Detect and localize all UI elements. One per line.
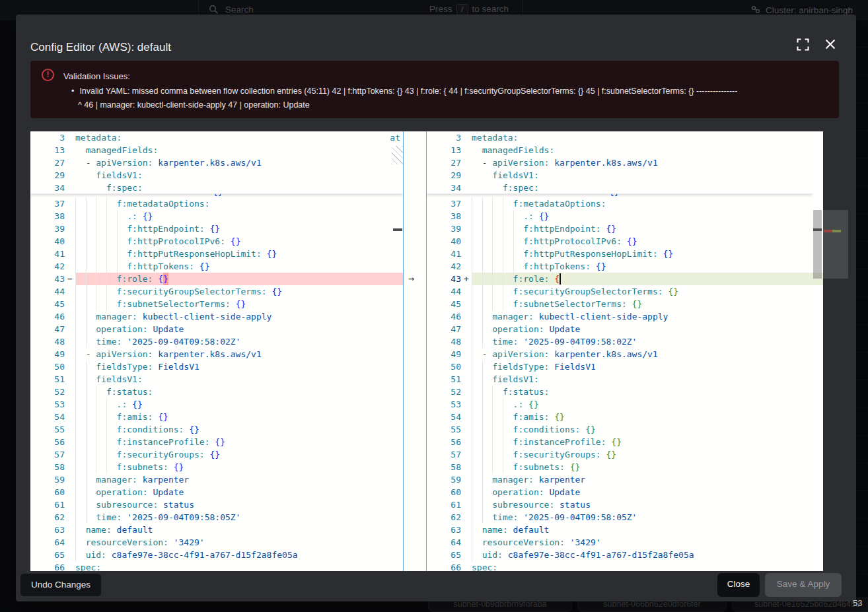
overview-inserted-mark xyxy=(832,230,841,232)
diff-left-code[interactable]: 37f:metadataOptions:38.: {}39f:httpEndpo… xyxy=(30,197,403,571)
code-line-R-65[interactable]: 65uid: c8afe97e-38cc-4f91-a767-d15f2a8fe… xyxy=(427,549,813,561)
code-line-L-61[interactable]: 61subresource: status xyxy=(30,498,403,511)
modal-title: Config Editor (AWS): default xyxy=(30,41,171,54)
undo-changes-button[interactable]: Undo Changes xyxy=(20,573,102,597)
code-line-L-49[interactable]: 49- apiVersion: karpenter.k8s.aws/v1 xyxy=(30,348,403,360)
diff-right-code[interactable]: 37f:metadataOptions:38.: {}39f:httpEndpo… xyxy=(427,197,813,571)
code-line-R-64[interactable]: 64resourceVersion: '3429' xyxy=(427,536,813,549)
code-line-R-58[interactable]: 58f:subnets: {} xyxy=(427,461,813,473)
code-line-L-55[interactable]: 55f:conditions: {} xyxy=(30,423,403,436)
code-line-R-57[interactable]: 57f:securityGroups: {} xyxy=(427,448,813,461)
code-line-L-54[interactable]: 54f:amis: {} xyxy=(30,411,403,423)
sticky-line-R-34[interactable]: 34f:spec: xyxy=(427,182,813,194)
code-line-R-55[interactable]: 55f:conditions: {} xyxy=(427,423,813,436)
code-line-R-48[interactable]: 48time: '2025-09-04T09:58:02Z' xyxy=(427,335,813,348)
diff-splitter[interactable]: → xyxy=(403,131,427,571)
code-line-R-51[interactable]: 51fieldsV1: xyxy=(427,373,813,386)
code-line-R-40[interactable]: 40f:httpProtocolIPv6: {} xyxy=(427,235,813,248)
sticky-line-R-27[interactable]: 27- apiVersion: karpenter.k8s.aws/v1 xyxy=(427,156,813,169)
code-line-L-42[interactable]: 42f:httpTokens: {} xyxy=(30,260,403,273)
code-line-R-54[interactable]: 54f:amis: {} xyxy=(427,411,813,423)
code-line-L-50[interactable]: 50fieldsType: FieldsV1 xyxy=(30,360,403,373)
code-line-L-53[interactable]: 53.: {} xyxy=(30,398,403,411)
code-line-R-45[interactable]: 45f:subnetSelectorTerms: {} xyxy=(427,298,813,310)
sticky-line-L-29[interactable]: 29fieldsV1: xyxy=(30,169,403,182)
code-line-L-51[interactable]: 51fieldsV1: xyxy=(30,373,403,386)
code-line-R-44[interactable]: 44f:securityGroupSelectorTerms: {} xyxy=(427,285,813,298)
code-line-R-63[interactable]: 63name: default xyxy=(427,524,813,536)
sticky-line-L-27[interactable]: 27- apiVersion: karpenter.k8s.aws/v1 xyxy=(30,156,403,169)
code-line-R-52[interactable]: 52f:status: xyxy=(427,386,813,398)
code-line-L-66[interactable]: 66spec: xyxy=(30,561,403,571)
sticky-line-L-34[interactable]: 34f:spec: xyxy=(30,182,403,194)
code-line-R-50[interactable]: 50fieldsType: FieldsV1 xyxy=(427,360,813,373)
code-line-L-64[interactable]: 64resourceVersion: '3429' xyxy=(30,536,403,549)
code-line-R-37[interactable]: 37f:metadataOptions: xyxy=(427,197,813,210)
code-line-R-62[interactable]: 62time: '2025-09-04T09:58:05Z' xyxy=(427,511,813,524)
code-line-R-43[interactable]: 43+f:role: { xyxy=(427,273,813,285)
fullscreen-icon xyxy=(797,38,809,51)
code-line-L-43[interactable]: 43−f:role: {} xyxy=(30,273,403,285)
save-apply-button[interactable]: Save & Apply xyxy=(765,573,842,597)
sticky-line-R-13[interactable]: 13managedFields: xyxy=(427,144,813,156)
unchanged-region-fragment: at xyxy=(390,131,400,144)
code-line-L-37[interactable]: 37f:metadataOptions: xyxy=(30,197,403,210)
code-line-L-48[interactable]: 48time: '2025-09-04T09:58:02Z' xyxy=(30,335,403,348)
code-line-L-63[interactable]: 63name: default xyxy=(30,524,403,536)
validation-issues-banner: ! Validation Issues: •Invalid YAML: miss… xyxy=(30,61,839,118)
right-overview-cursor-mark xyxy=(813,228,822,231)
sticky-scroll-header[interactable]: 3metadata:13managedFields:27- apiVersion… xyxy=(427,131,813,194)
diff-overview-ruler[interactable] xyxy=(823,131,848,571)
scrollbar-slider[interactable] xyxy=(813,210,822,279)
config-editor-modal: Config Editor (AWS): default ! Validatio… xyxy=(16,15,856,601)
code-line-L-44[interactable]: 44f:securityGroupSelectorTerms: {} xyxy=(30,285,403,298)
revert-change-arrow[interactable]: → xyxy=(408,273,414,285)
code-line-R-46[interactable]: 46manager: kubectl-client-side-apply xyxy=(427,310,813,323)
code-line-L-56[interactable]: 56f:instanceProfile: {} xyxy=(30,436,403,448)
code-line-R-49[interactable]: 49- apiVersion: karpenter.k8s.aws/v1 xyxy=(427,348,813,360)
code-line-L-46[interactable]: 46manager: kubectl-client-side-apply xyxy=(30,310,403,323)
code-line-R-42[interactable]: 42f:httpTokens: {} xyxy=(427,260,813,273)
code-line-L-62[interactable]: 62time: '2025-09-04T09:58:05Z' xyxy=(30,511,403,524)
code-line-R-53[interactable]: 53.: {} xyxy=(427,398,813,411)
code-line-L-65[interactable]: 65uid: c8afe97e-38cc-4f91-a767-d15f2a8fe… xyxy=(30,549,403,561)
code-line-R-41[interactable]: 41f:httpPutResponseHopLimit: {} xyxy=(427,248,813,260)
background-row-tail: 53 xyxy=(853,598,862,608)
code-line-R-47[interactable]: 47operation: Update xyxy=(427,323,813,335)
validation-issue-item-continued: ^ 46 | manager: kubectl-client-side-appl… xyxy=(78,100,805,110)
code-line-L-52[interactable]: 52f:status: xyxy=(30,386,403,398)
sticky-line-R-29[interactable]: 29fieldsV1: xyxy=(427,169,813,182)
code-line-R-59[interactable]: 59manager: karpenter xyxy=(427,473,813,486)
sticky-line-R-3[interactable]: 3metadata: xyxy=(427,131,813,144)
code-line-R-61[interactable]: 61subresource: status xyxy=(427,498,813,511)
sticky-line-L-13[interactable]: 13managedFields: xyxy=(30,144,403,156)
sticky-line-L-3[interactable]: 3metadata: xyxy=(30,131,403,144)
diff-left-pane[interactable]: 37f:metadataOptions:38.: {}39f:httpEndpo… xyxy=(30,131,403,571)
code-line-L-59[interactable]: 59manager: karpenter xyxy=(30,473,403,486)
code-line-L-58[interactable]: 58f:subnets: {} xyxy=(30,461,403,473)
close-icon xyxy=(824,38,836,50)
overview-removed-mark xyxy=(824,230,832,232)
code-line-R-38[interactable]: 38.: {} xyxy=(427,210,813,222)
code-line-L-57[interactable]: 57f:securityGroups: {} xyxy=(30,448,403,461)
yaml-diff-editor[interactable]: 37f:metadataOptions:38.: {}39f:httpEndpo… xyxy=(30,131,823,571)
code-line-L-38[interactable]: 38.: {} xyxy=(30,210,403,222)
code-line-R-60[interactable]: 60operation: Update xyxy=(427,486,813,498)
close-button[interactable] xyxy=(822,38,839,55)
code-line-L-47[interactable]: 47operation: Update xyxy=(30,323,403,335)
diff-right-pane[interactable]: 37f:metadataOptions:38.: {}39f:httpEndpo… xyxy=(427,131,813,571)
left-overview-cursor-mark xyxy=(393,228,402,231)
fullscreen-button[interactable] xyxy=(794,38,811,55)
validation-issues-title: Validation Issues: xyxy=(63,71,130,81)
code-line-R-39[interactable]: 39f:httpEndpoint: {} xyxy=(427,222,813,235)
close-footer-button[interactable]: Close xyxy=(717,573,760,597)
right-scrollbar[interactable] xyxy=(813,131,823,571)
code-line-R-66[interactable]: 66spec: xyxy=(427,561,813,571)
code-line-L-40[interactable]: 40f:httpProtocolIPv6: {} xyxy=(30,235,403,248)
code-line-L-39[interactable]: 39f:httpEndpoint: {} xyxy=(30,222,403,235)
code-line-L-41[interactable]: 41f:httpPutResponseHopLimit: {} xyxy=(30,248,403,260)
code-line-R-56[interactable]: 56f:instanceProfile: {} xyxy=(427,436,813,448)
code-line-L-45[interactable]: 45f:subnetSelectorTerms: {} xyxy=(30,298,403,310)
sticky-scroll-header[interactable]: 3metadata:13managedFields:27- apiVersion… xyxy=(30,131,403,194)
code-line-L-60[interactable]: 60operation: Update xyxy=(30,486,403,498)
